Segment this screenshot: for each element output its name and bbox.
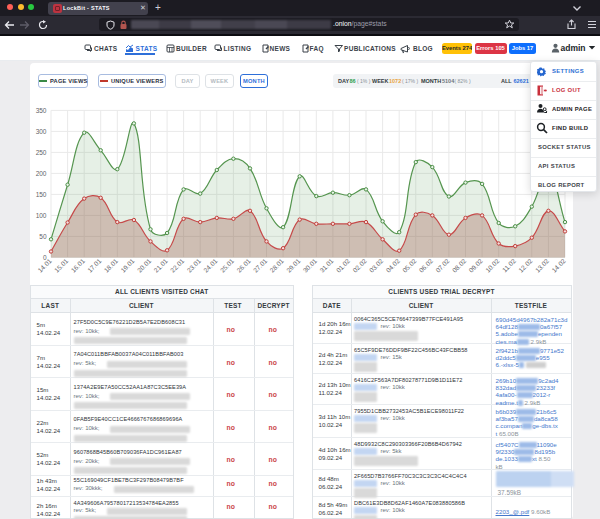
svg-text:20.01: 20.01 bbox=[136, 257, 153, 274]
svg-text:15.01: 15.01 bbox=[53, 257, 70, 274]
svg-text:03.02: 03.02 bbox=[368, 257, 385, 274]
svg-text:19.01: 19.01 bbox=[119, 257, 136, 274]
svg-text:06.02: 06.02 bbox=[418, 257, 435, 274]
svg-text:14.01: 14.01 bbox=[36, 257, 53, 274]
svg-text:26.01: 26.01 bbox=[235, 257, 252, 274]
svg-text:12.02: 12.02 bbox=[517, 257, 534, 274]
svg-text:28.01: 28.01 bbox=[268, 257, 285, 274]
svg-text:22.01: 22.01 bbox=[169, 257, 186, 274]
svg-text:29.01: 29.01 bbox=[285, 257, 302, 274]
svg-text:11.02: 11.02 bbox=[501, 257, 517, 273]
svg-text:13.02: 13.02 bbox=[534, 257, 551, 274]
svg-text:300: 300 bbox=[36, 128, 47, 135]
svg-text:27.01: 27.01 bbox=[252, 257, 269, 274]
svg-text:18.01: 18.01 bbox=[103, 257, 120, 274]
svg-text:17.01: 17.01 bbox=[86, 257, 103, 274]
svg-text:01.02: 01.02 bbox=[335, 257, 352, 274]
svg-text:14.02: 14.02 bbox=[550, 257, 567, 274]
svg-text:08.02: 08.02 bbox=[451, 257, 468, 274]
svg-text:04.02: 04.02 bbox=[384, 257, 401, 274]
svg-text:16.01: 16.01 bbox=[69, 257, 86, 274]
svg-text:24.01: 24.01 bbox=[202, 257, 219, 274]
svg-text:09.02: 09.02 bbox=[467, 257, 484, 274]
svg-text:350: 350 bbox=[36, 107, 47, 114]
svg-text:21.01: 21.01 bbox=[152, 257, 169, 274]
svg-text:50: 50 bbox=[39, 233, 47, 240]
svg-text:25.01: 25.01 bbox=[219, 257, 236, 274]
svg-text:31.01: 31.01 bbox=[318, 257, 335, 274]
svg-text:05.02: 05.02 bbox=[401, 257, 418, 274]
svg-text:07.02: 07.02 bbox=[434, 257, 451, 274]
svg-text:150: 150 bbox=[36, 191, 47, 198]
svg-text:10.02: 10.02 bbox=[484, 257, 501, 274]
svg-text:100: 100 bbox=[36, 212, 47, 219]
svg-text:250: 250 bbox=[36, 149, 47, 156]
svg-text:23.01: 23.01 bbox=[185, 257, 202, 274]
svg-text:02.02: 02.02 bbox=[351, 257, 368, 274]
svg-text:30.01: 30.01 bbox=[302, 257, 319, 274]
svg-text:200: 200 bbox=[36, 170, 47, 177]
